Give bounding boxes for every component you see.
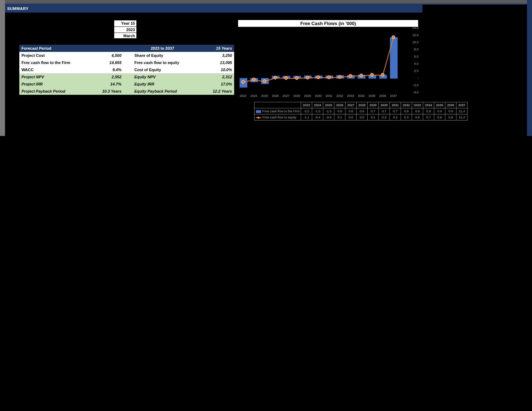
- line-point: [306, 76, 309, 79]
- line-point: [316, 75, 320, 79]
- forecast-period-range: 2023 to 2037: [124, 45, 201, 52]
- line-point: [252, 78, 256, 81]
- forecast-period-label: Forecast Period: [19, 45, 91, 52]
- forecast-period-row: Forecast Period 2023 to 2037 15 Years: [19, 45, 234, 52]
- line-point: [338, 75, 342, 79]
- year-header-box: Year 15 2023 March: [114, 20, 137, 39]
- table-row: WACC9.4%Cost of Equity10.0%: [19, 66, 234, 73]
- line-point: [274, 76, 277, 79]
- forecast-period-years: 15 Years: [201, 45, 234, 52]
- year-header-line1: Year 15: [114, 20, 136, 27]
- legend-row: Free cash flow to the Firm-2.5-1.0-1.50.…: [255, 108, 468, 114]
- summary-table: Forecast Period 2023 to 2037 15 Years Pr…: [19, 45, 234, 95]
- top-strip: [5, 0, 532, 4]
- chart-title: Free Cash Flows (in '000): [238, 20, 419, 27]
- line-point: [370, 73, 374, 77]
- right-strip: [527, 0, 532, 136]
- line-point: [263, 79, 266, 83]
- line-point: [241, 80, 245, 84]
- chart-container: Free Cash Flows (in '000) 14.012.010.08.…: [238, 20, 419, 99]
- table-row: Project Payback Period10.3 YearsEquity P…: [19, 88, 234, 95]
- year-header-line3: March: [114, 33, 136, 39]
- summary-header: SUMMARY: [5, 5, 422, 13]
- line-point: [284, 76, 288, 80]
- left-gutter: [0, 0, 5, 136]
- line-point: [327, 75, 331, 79]
- table-row: Project Cost6,500Share of Equity3,250: [19, 52, 234, 59]
- line-point: [392, 35, 395, 39]
- year-header-line2: 2023: [114, 27, 136, 33]
- line-point: [381, 73, 385, 77]
- free-cash-flow-chart: 14.012.010.08.06.04.02.0--2.0-4.0 202320…: [238, 28, 419, 99]
- line-point: [349, 74, 352, 78]
- table-row: Free cash flow to the Firm14,655Free cas…: [19, 59, 234, 66]
- table-row: Project NPV2,552Equity NPV2,312: [19, 73, 234, 80]
- line-point: [359, 74, 363, 77]
- legend-row: Free cash flow to equity-1.1-0.4-0.90.10…: [255, 114, 468, 121]
- line-point: [295, 76, 299, 80]
- chart-legend-table: 2023202420252026202720282029203020312032…: [254, 102, 468, 121]
- table-row: Project IRR14.7%Equity IRR17.0%: [19, 80, 234, 88]
